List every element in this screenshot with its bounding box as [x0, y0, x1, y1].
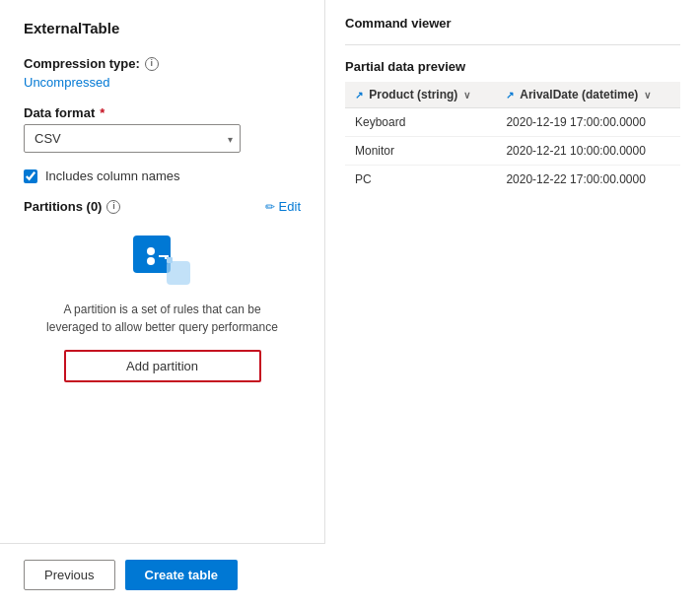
partition-illustration: A partition is a set of rules that can b… [24, 226, 301, 382]
svg-rect-4 [165, 255, 167, 259]
data-format-required: * [100, 105, 105, 120]
column-header-product[interactable]: ↗ Product (string) ∨ [345, 82, 496, 108]
partial-data-preview-title: Partial data preview [345, 59, 680, 74]
partitions-info-icon[interactable]: i [106, 200, 120, 214]
arrivaldate-cell: 2020-12-19 17:00:00.0000 [496, 108, 680, 137]
product-col-icon: ↗ [355, 90, 363, 101]
create-table-button[interactable]: Create table [125, 560, 238, 590]
partitions-label: Partitions (0) [24, 199, 102, 214]
data-format-label: Data format [24, 105, 95, 120]
data-format-select-container: CSV TSV JSON Parquet Avro ▾ [24, 124, 241, 153]
partition-description: A partition is a set of rules that can b… [44, 301, 281, 336]
edit-label: Edit [279, 199, 301, 214]
partitions-edit-button[interactable]: ✏ Edit [265, 199, 301, 214]
partition-icon [131, 226, 194, 289]
data-format-select[interactable]: CSV TSV JSON Parquet Avro [24, 124, 241, 153]
compression-type-label: Compression type: [24, 56, 140, 71]
product-sort-icon: ∨ [463, 90, 470, 101]
add-partition-button[interactable]: Add partition [64, 350, 261, 382]
panel-title: ExternalTable [24, 20, 301, 36]
arrivaldate-col-icon: ↗ [506, 90, 514, 101]
svg-point-1 [147, 247, 155, 255]
arrivaldate-cell: 2020-12-21 10:00:00.0000 [496, 137, 680, 166]
product-cell: PC [345, 166, 496, 194]
product-cell: Monitor [345, 137, 496, 166]
table-row: PC 2020-12-22 17:00:00.0000 [345, 166, 680, 194]
arrivaldate-cell: 2020-12-22 17:00:00.0000 [496, 166, 680, 194]
command-viewer-title: Command viewer [345, 16, 680, 31]
svg-point-2 [147, 257, 155, 265]
includes-column-names-label: Includes column names [45, 168, 180, 183]
data-preview-table: ↗ Product (string) ∨ ↗ ArivalDate (datet… [345, 82, 680, 193]
compression-type-info-icon[interactable]: i [145, 57, 159, 71]
arrivaldate-sort-icon: ∨ [644, 90, 651, 101]
product-cell: Keyboard [345, 108, 496, 137]
svg-rect-3 [159, 255, 169, 257]
previous-button[interactable]: Previous [24, 560, 115, 590]
table-row: Monitor 2020-12-21 10:00:00.0000 [345, 137, 680, 166]
column-header-arrivaldate[interactable]: ↗ ArivalDate (datetime) ∨ [496, 82, 680, 108]
edit-icon: ✏ [265, 200, 275, 214]
table-row: Keyboard 2020-12-19 17:00:00.0000 [345, 108, 680, 137]
includes-column-names-checkbox[interactable] [24, 169, 37, 183]
compression-type-value[interactable]: Uncompressed [24, 75, 109, 90]
svg-rect-6 [167, 261, 190, 285]
footer: Previous Create table [0, 543, 325, 606]
